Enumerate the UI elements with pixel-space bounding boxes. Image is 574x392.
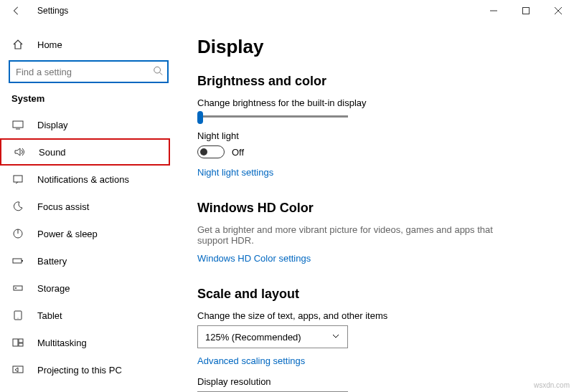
search-icon <box>153 66 163 78</box>
sidebar: Home System Display Sound Notifications … <box>0 21 177 392</box>
svg-rect-12 <box>19 339 23 343</box>
sidebar-item-label: Projecting to this PC <box>37 365 122 376</box>
notifications-icon <box>11 173 24 186</box>
battery-icon <box>11 254 24 267</box>
resolution-label: Display resolution <box>197 376 554 387</box>
scale-heading: Scale and layout <box>197 287 554 302</box>
svg-rect-11 <box>13 339 18 346</box>
window-title: Settings <box>37 6 68 16</box>
watermark: wsxdn.com <box>534 381 570 389</box>
sidebar-item-sound[interactable]: Sound <box>0 138 170 166</box>
sidebar-item-label: Focus assist <box>37 201 89 212</box>
brightness-slider[interactable] <box>197 115 348 118</box>
search-container <box>9 60 169 83</box>
sidebar-item-focus-assist[interactable]: Focus assist <box>0 193 177 220</box>
slider-thumb[interactable] <box>197 111 203 124</box>
main-content: Display Brightness and color Change brig… <box>177 21 574 392</box>
svg-rect-7 <box>14 286 22 290</box>
svg-point-10 <box>18 318 19 319</box>
search-input[interactable] <box>9 60 169 83</box>
sidebar-item-label: Storage <box>37 283 70 294</box>
sidebar-item-power-sleep[interactable]: Power & sleep <box>0 220 177 247</box>
sidebar-item-label: Tablet <box>37 310 62 321</box>
sidebar-item-storage[interactable]: Storage <box>0 274 177 302</box>
brightness-heading: Brightness and color <box>197 74 554 89</box>
sidebar-item-tablet[interactable]: Tablet <box>0 302 177 329</box>
night-light-label: Night light <box>197 130 554 141</box>
svg-rect-6 <box>22 260 23 262</box>
svg-rect-0 <box>522 8 529 14</box>
minimize-button[interactable] <box>477 0 509 21</box>
sidebar-item-label: Multitasking <box>37 338 87 348</box>
sidebar-item-label: Power & sleep <box>37 229 98 239</box>
hd-color-heading: Windows HD Color <box>197 201 554 216</box>
night-light-state: Off <box>232 147 244 158</box>
maximize-button[interactable] <box>509 0 542 21</box>
svg-rect-3 <box>14 176 22 182</box>
hd-color-description: Get a brighter and more vibrant picture … <box>197 224 499 246</box>
display-icon <box>11 118 24 131</box>
moon-icon <box>11 200 24 213</box>
sidebar-item-projecting[interactable]: Projecting to this PC <box>0 356 177 383</box>
sidebar-item-label: Display <box>37 120 68 130</box>
sidebar-item-label: Sound <box>39 147 66 158</box>
scale-dropdown[interactable]: 125% (Recommended) <box>197 325 348 348</box>
sidebar-item-display[interactable]: Display <box>0 111 177 138</box>
hd-color-settings-link[interactable]: Windows HD Color settings <box>197 253 311 264</box>
page-title: Display <box>197 36 554 58</box>
close-button[interactable] <box>542 0 574 21</box>
svg-rect-13 <box>19 343 23 346</box>
scale-size-label: Change the size of text, apps, and other… <box>197 310 554 321</box>
back-button[interactable] <box>10 4 23 17</box>
svg-point-8 <box>15 287 17 289</box>
svg-rect-2 <box>13 121 23 128</box>
storage-icon <box>11 282 24 295</box>
home-button[interactable]: Home <box>0 32 177 57</box>
category-label: System <box>0 93 177 104</box>
sidebar-item-notifications[interactable]: Notifications & actions <box>0 166 177 193</box>
sound-icon <box>13 145 26 158</box>
sidebar-item-battery[interactable]: Battery <box>0 247 177 274</box>
tablet-icon <box>11 309 24 322</box>
night-light-settings-link[interactable]: Night light settings <box>197 167 273 178</box>
sidebar-item-label: Battery <box>37 256 67 267</box>
advanced-scaling-link[interactable]: Advanced scaling settings <box>197 355 305 366</box>
svg-point-1 <box>154 67 161 73</box>
svg-rect-5 <box>13 259 22 263</box>
window-controls <box>477 0 574 21</box>
brightness-slider-label: Change brightness for the built-in displ… <box>197 97 554 108</box>
home-label: Home <box>37 39 62 50</box>
multitasking-icon <box>11 336 24 349</box>
scale-dropdown-value: 125% (Recommended) <box>205 332 301 343</box>
titlebar: Settings <box>0 0 574 21</box>
sidebar-item-label: Notifications & actions <box>37 174 129 185</box>
projecting-icon <box>11 363 24 376</box>
power-icon <box>11 227 24 240</box>
home-icon <box>11 38 24 51</box>
night-light-toggle[interactable] <box>197 145 225 158</box>
toggle-knob <box>200 148 207 156</box>
chevron-down-icon <box>331 332 340 343</box>
sidebar-item-multitasking[interactable]: Multitasking <box>0 329 177 356</box>
